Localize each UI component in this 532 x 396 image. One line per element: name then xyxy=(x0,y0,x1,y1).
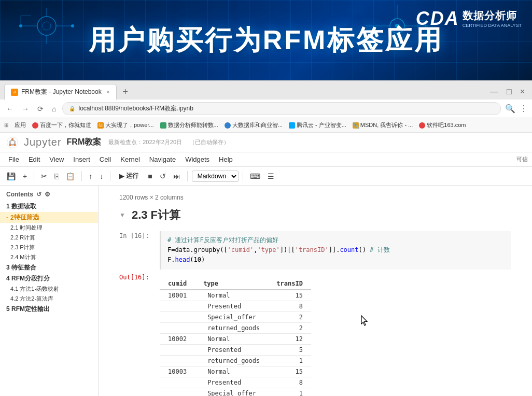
active-tab[interactable]: J FRM教案 - Jupyter Notebook × xyxy=(4,84,117,100)
fold-section-btn[interactable]: ▼ xyxy=(119,211,125,219)
move-up-btn[interactable]: ↑ xyxy=(86,171,95,182)
sidebar-item-2[interactable]: - 2 特征筛选 xyxy=(0,212,98,223)
toc-num-4-2: 4.2 xyxy=(10,295,20,302)
output-data-table: cumid type transID 10001Normal15Presente… xyxy=(160,278,311,396)
sidebar-item-4[interactable]: 4 RFM分段打分 xyxy=(0,273,98,284)
tab-favicon: J xyxy=(11,89,18,96)
td-value: 2 xyxy=(268,322,311,333)
td-value: 5 xyxy=(268,344,311,355)
tab-label: FRM教案 - Jupyter Notebook xyxy=(21,88,102,96)
ruanjian-favicon xyxy=(419,122,425,129)
active-indicator: - xyxy=(6,214,8,221)
menu-file[interactable]: File xyxy=(4,154,23,164)
td-value: 12 xyxy=(268,333,311,344)
stop-btn[interactable]: ■ xyxy=(145,171,155,182)
bookmark-bigdata[interactable]: 大数据库和商业智... xyxy=(225,121,283,129)
browser-search-icon[interactable]: 🔍 xyxy=(505,104,515,114)
apps-icon[interactable]: ⊞ xyxy=(4,122,8,128)
menu-cell[interactable]: Cell xyxy=(95,154,115,164)
sidebar-item-5[interactable]: 5 RFM定性输出 xyxy=(0,304,98,315)
sidebar-item-2-2[interactable]: 2.2 R计算 xyxy=(0,233,98,243)
bookmark-zhidax[interactable]: 知 大实现了，power... xyxy=(97,121,154,129)
cell-toolbar-btn[interactable]: ☰ xyxy=(265,171,277,182)
toolbar-separator-5 xyxy=(243,171,243,181)
toc-num-2: 2 xyxy=(10,214,14,221)
sidebar-item-4-2[interactable]: 4.2 方法2-算法库 xyxy=(0,294,98,304)
url-input[interactable]: 🔒 localhost:8889/notebooks/FRM教案.ipynb xyxy=(62,102,501,115)
bookmark-tencent[interactable]: 腾讯云 - 产业智变... xyxy=(289,121,346,129)
bookmark-msdn[interactable]: 🔧 MSDN, 我告诉你 - ... xyxy=(353,121,413,129)
td-type: Presented xyxy=(195,344,268,355)
menu-insert[interactable]: Insert xyxy=(69,154,94,164)
cell-content-16[interactable]: # 通过计算F反应客户对打折产品的偏好 F=data.groupby(['cum… xyxy=(160,231,511,270)
window-maximize[interactable]: □ xyxy=(503,87,515,96)
run-btn[interactable]: ▶ 运行 xyxy=(115,170,143,182)
logo-cda-text: CDA xyxy=(416,8,459,30)
sidebar-item-2-4[interactable]: 2.4 M计算 xyxy=(0,252,98,262)
save-btn[interactable]: 💾 xyxy=(4,171,18,182)
menu-view[interactable]: View xyxy=(45,154,68,164)
toc-num-2-3: 2.3 xyxy=(10,244,20,250)
window-minimize[interactable]: — xyxy=(487,87,501,96)
sidebar-item-3[interactable]: 3 特征整合 xyxy=(0,262,98,273)
output-content-16: cumid type transID 10001Normal15Presente… xyxy=(160,274,511,396)
td-value: 1 xyxy=(268,388,311,396)
menu-help[interactable]: Help xyxy=(215,154,237,164)
toc-label-1: 数据读取 xyxy=(11,203,36,210)
bookmark-ruanjian[interactable]: 软件吧163.com xyxy=(419,121,466,129)
tab-close-btn[interactable]: × xyxy=(107,89,110,95)
cell-type-select[interactable]: Markdown Code Raw xyxy=(192,171,239,182)
move-down-btn[interactable]: ↓ xyxy=(97,171,106,182)
bookmark-apps[interactable]: 应用 xyxy=(15,121,26,129)
bookmark-baidu[interactable]: 百度一下，你就知道 xyxy=(32,121,91,129)
sidebar-item-2-1[interactable]: 2.1 时间处理 xyxy=(0,223,98,233)
sidebar-item-2-3[interactable]: 2.3 F计算 xyxy=(0,243,98,252)
sidebar-item-4-1[interactable]: 4.1 方法1-函数映射 xyxy=(0,284,98,294)
copy-btn[interactable]: ⎘ xyxy=(52,171,61,182)
td-type: Normal xyxy=(195,290,268,301)
window-controls: — □ × xyxy=(487,87,528,96)
table-row: Special_offer2 xyxy=(160,312,311,322)
bookmark-shujufenxi[interactable]: 数据分析师能转数... xyxy=(160,121,218,129)
add-cell-btn[interactable]: + xyxy=(20,171,30,182)
restart-run-btn[interactable]: ⏭ xyxy=(171,171,183,182)
menu-kernel[interactable]: Kernel xyxy=(116,154,144,164)
toc-label-2-1: 时间处理 xyxy=(20,224,43,231)
td-value: 2 xyxy=(268,312,311,322)
nav-refresh-btn[interactable]: ⟳ xyxy=(35,104,46,114)
bigdata-favicon xyxy=(225,122,231,129)
td-value: 8 xyxy=(268,301,311,312)
toc-label-5: RFM定性输出 xyxy=(11,305,50,313)
menu-widgets[interactable]: Widgets xyxy=(181,154,214,164)
table-row: 10001Normal15 xyxy=(160,290,311,301)
toc-label-2-3: F计算 xyxy=(20,244,35,250)
cut-btn[interactable]: ✂ xyxy=(38,171,50,182)
toc-refresh-icon[interactable]: ↺ xyxy=(36,191,41,198)
td-cumid xyxy=(160,312,195,322)
notebook-main: 1200 rows × 2 columns ▼ 2.3 F计算 In [16]:… xyxy=(99,186,532,396)
menu-edit[interactable]: Edit xyxy=(24,154,44,164)
banner: 用户购买行为RFM标签应用 CDA 数据分析师 CERTIFIED DATA A… xyxy=(0,0,532,80)
code-line-2: F=data.groupby(['cumid','type'])[['trans… xyxy=(167,246,390,253)
command-palette-btn[interactable]: ⌨ xyxy=(247,171,263,182)
toolbar-separator-3 xyxy=(110,171,110,181)
new-tab-btn[interactable]: + xyxy=(119,87,133,97)
content-area: Contents ↺ ⚙ 1 数据读取 - 2 特征筛选 2.1 时间处理 2.… xyxy=(0,186,532,396)
code-block-16[interactable]: # 通过计算F反应客户对打折产品的偏好 F=data.groupby(['cum… xyxy=(160,231,511,270)
td-cumid xyxy=(160,377,195,388)
td-type: Normal xyxy=(195,333,268,344)
nav-back-btn[interactable]: ← xyxy=(4,104,16,114)
browser-more-icon[interactable]: ⋮ xyxy=(520,104,528,114)
sidebar-item-1[interactable]: 1 数据读取 xyxy=(0,201,98,212)
toolbar-separator-4 xyxy=(187,171,188,181)
restart-btn[interactable]: ↺ xyxy=(157,171,169,182)
toc-label-2-2: R计算 xyxy=(20,234,35,241)
paste-btn[interactable]: 📋 xyxy=(63,171,77,182)
svg-point-1 xyxy=(43,22,51,30)
nav-forward-btn[interactable]: → xyxy=(20,104,31,114)
toc-num-2-1: 2.1 xyxy=(10,224,20,231)
menu-navigate[interactable]: Navigate xyxy=(145,154,180,164)
window-close[interactable]: × xyxy=(517,87,528,96)
toc-settings-icon[interactable]: ⚙ xyxy=(45,191,50,198)
nav-home-btn[interactable]: ⌂ xyxy=(50,104,58,114)
